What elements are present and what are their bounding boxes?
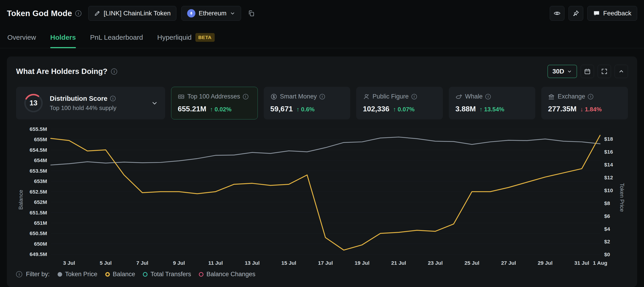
info-icon[interactable]: i [412, 94, 417, 99]
stat-card-exchange[interactable]: Exchange i 277.35M ↓ 1.84% [541, 87, 628, 119]
arrow-down-icon: ↓ [580, 106, 583, 113]
svg-text:29 Jul: 29 Jul [538, 260, 553, 266]
top-header: Token God Mode i [LINK] ChainLink Token … [0, 0, 644, 27]
tab-holders[interactable]: Holders [50, 27, 76, 48]
fullscreen-button[interactable] [598, 65, 611, 78]
info-icon[interactable]: i [111, 68, 117, 75]
page-title: Token God Mode [7, 9, 72, 18]
svg-text:$2: $2 [604, 238, 610, 244]
legend-total-transfers[interactable]: Total Transfers [143, 271, 191, 278]
chart-canvas[interactable]: 655.5M655M654.5M654M653.5M653M652.5M652M… [16, 125, 628, 267]
svg-text:654.5M: 654.5M [30, 147, 47, 153]
legend-balance[interactable]: Balance [105, 271, 135, 278]
tab-pnl-leaderboard[interactable]: PnL Leaderboard [90, 27, 143, 48]
svg-text:$6: $6 [604, 213, 610, 219]
svg-text:21 Jul: 21 Jul [391, 260, 406, 266]
stat-value: 102,336 [363, 105, 390, 113]
info-icon[interactable]: i [243, 94, 248, 99]
stat-change: ↑ 13.54% [480, 106, 504, 113]
arrow-up-icon: ↑ [210, 106, 213, 113]
fullscreen-icon [601, 68, 608, 75]
panel-controls: 30D [548, 65, 628, 78]
calendar-icon [584, 68, 591, 75]
svg-text:7 Jul: 7 Jul [136, 260, 148, 266]
info-icon[interactable]: i [16, 271, 22, 277]
chart-legend: i Filter by: Token Price Balance Total T… [16, 271, 628, 278]
stat-value: 655.21M [178, 105, 206, 113]
info-icon[interactable]: i [75, 10, 82, 17]
collapse-button[interactable] [615, 65, 628, 78]
info-icon[interactable]: i [110, 96, 116, 101]
svg-text:31 Jul: 31 Jul [574, 260, 589, 266]
distribution-score-subtitle: Top 100 hold 44% supply [50, 105, 116, 112]
svg-text:650.5M: 650.5M [30, 230, 47, 236]
svg-text:19 Jul: 19 Jul [354, 260, 370, 266]
info-icon[interactable]: i [320, 94, 325, 99]
distribution-score-card[interactable]: 13 Distribution Score i Top 100 hold 44%… [16, 87, 165, 119]
token-selector[interactable]: [LINK] ChainLink Token [88, 6, 176, 21]
feedback-button[interactable]: Feedback [587, 6, 637, 21]
chevron-down-icon[interactable] [151, 100, 158, 107]
left-axis-title: Balance [18, 190, 24, 210]
arrow-up-icon: ↑ [393, 106, 396, 113]
right-axis-title: Token Price [618, 183, 625, 212]
top-100-addresses-icon [178, 93, 184, 100]
svg-text:$10: $10 [604, 187, 613, 193]
svg-text:652M: 652M [34, 199, 47, 205]
pin-button[interactable] [568, 6, 583, 21]
svg-text:27 Jul: 27 Jul [501, 260, 516, 266]
legend-token-price[interactable]: Token Price [58, 271, 98, 278]
svg-text:$16: $16 [604, 149, 613, 155]
balance-dot-icon [105, 272, 110, 277]
distribution-score-value: 13 [23, 93, 44, 113]
tab-overview[interactable]: Overview [7, 27, 36, 48]
info-icon[interactable]: i [588, 94, 593, 99]
beta-badge: BETA [196, 33, 215, 42]
svg-text:3 Jul: 3 Jul [63, 260, 75, 266]
holders-chart: Balance Token Price 655.5M655M654.5M654M… [16, 125, 628, 267]
svg-text:653M: 653M [34, 178, 47, 184]
svg-text:5 Jul: 5 Jul [100, 260, 112, 266]
arrow-up-icon: ↑ [480, 106, 482, 113]
svg-text:$14: $14 [604, 162, 613, 168]
public-figure-icon [363, 93, 370, 100]
copy-address-button[interactable] [246, 6, 257, 21]
stat-card-top-100-addresses[interactable]: Top 100 Addresses i 655.21M ↑ 0.02% [171, 87, 258, 119]
distribution-score-label: Distribution Score [50, 95, 107, 102]
stat-card-whale[interactable]: Whale i 3.88M ↑ 13.54% [449, 87, 536, 119]
total-transfers-dot-icon [143, 272, 148, 277]
panel-header: What Are Holders Doing? i 30D [16, 65, 628, 78]
svg-text:15 Jul: 15 Jul [282, 260, 296, 266]
whale-icon [456, 93, 462, 100]
stat-card-public-figure[interactable]: Public Figure i 102,336 ↑ 0.07% [356, 87, 443, 119]
tab-hyperliquid[interactable]: Hyperliquid BETA [157, 27, 214, 48]
token-selector-label: [LINK] ChainLink Token [104, 10, 171, 17]
chevron-up-icon [618, 68, 624, 74]
pin-icon [572, 10, 580, 17]
svg-text:649.5M: 649.5M [30, 251, 47, 257]
svg-text:650M: 650M [34, 241, 47, 247]
panel-title: What Are Holders Doing? [16, 67, 107, 76]
stat-card-smart-money[interactable]: Smart Money i 59,671 ↑ 0.6% [264, 87, 350, 119]
smart-money-icon [270, 93, 277, 100]
distribution-score-gauge: 13 [23, 93, 44, 113]
copy-icon [248, 10, 255, 17]
svg-text:$18: $18 [604, 136, 613, 142]
chevron-down-icon [230, 11, 235, 16]
network-selector-label: Ethereum [198, 10, 226, 17]
svg-text:25 Jul: 25 Jul [464, 260, 479, 266]
watch-button[interactable] [550, 6, 564, 21]
legend-prefix: Filter by: [26, 271, 50, 278]
stat-value: 277.35M [548, 105, 576, 113]
network-selector[interactable]: Ethereum [182, 6, 241, 21]
exchange-bank-icon [548, 93, 555, 100]
calendar-button[interactable] [581, 65, 594, 78]
svg-text:1 Aug: 1 Aug [593, 260, 607, 266]
svg-text:653.5M: 653.5M [30, 168, 47, 174]
range-selector[interactable]: 30D [548, 65, 577, 78]
feedback-chat-icon [593, 10, 600, 17]
token-price-dot-icon [58, 272, 62, 277]
info-icon[interactable]: i [485, 94, 491, 99]
legend-balance-changes[interactable]: Balance Changes [199, 271, 255, 278]
feedback-label: Feedback [603, 10, 632, 17]
